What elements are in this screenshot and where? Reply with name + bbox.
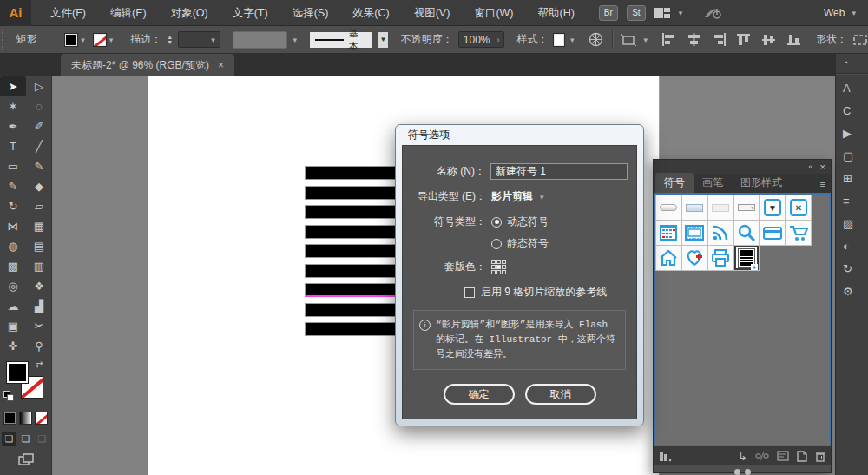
dock-icon-settings-gear[interactable]: ⚙: [836, 280, 868, 302]
chevron-down-icon[interactable]: ▾: [293, 36, 297, 44]
tool-direct-selection-tool[interactable]: ▷: [26, 76, 52, 96]
menu-item-type[interactable]: 文字(T): [220, 0, 280, 26]
symbols-list-area[interactable]: ▾ ▼ ✕: [654, 193, 831, 446]
stroke-weight-stepper[interactable]: ▲▼: [167, 35, 173, 45]
chevron-down-icon[interactable]: ▾: [109, 36, 114, 44]
workspace-switcher[interactable]: Web ▾: [824, 0, 856, 26]
symbol-home[interactable]: [655, 245, 681, 271]
tool-symbol-sprayer-tool[interactable]: ☁: [0, 296, 26, 316]
chevron-down-icon[interactable]: ▾: [679, 9, 683, 17]
break-link-icon[interactable]: [755, 451, 769, 461]
symbol-pill-button[interactable]: [655, 195, 681, 221]
tool-paintbrush-tool[interactable]: ✎: [26, 156, 52, 176]
fill-color-swatch[interactable]: [64, 33, 78, 47]
tool-type-tool[interactable]: T: [0, 136, 26, 156]
black-stripe[interactable]: [306, 245, 405, 257]
tool-width-tool[interactable]: ⋈: [0, 216, 26, 236]
symbol-credit-card[interactable]: [760, 220, 786, 246]
black-stripe[interactable]: [306, 265, 405, 277]
draw-inside-mode[interactable]: ❏: [35, 432, 49, 446]
close-tab-icon[interactable]: ×: [218, 59, 224, 71]
align-vertical-center-icon[interactable]: [762, 33, 777, 46]
stroke-style-select[interactable]: 基本: [309, 31, 373, 49]
dock-icon-color-panel[interactable]: C: [836, 99, 868, 122]
brush-definition-select[interactable]: [233, 31, 288, 49]
stroke-color-swatch[interactable]: [93, 33, 107, 47]
draw-behind-mode[interactable]: ❏: [18, 432, 33, 446]
shape-options-icon[interactable]: [852, 34, 868, 46]
opacity-input[interactable]: 100%›: [458, 31, 505, 48]
align-left-icon[interactable]: [661, 33, 676, 46]
tool-selection-tool[interactable]: ➤: [0, 76, 26, 96]
symbol-shopping-cart[interactable]: [786, 220, 812, 246]
close-panel-icon[interactable]: ×: [820, 162, 825, 172]
menu-item-help[interactable]: 帮助(H): [526, 0, 587, 26]
dock-icon-stroke-panel[interactable]: ≡: [836, 189, 868, 212]
ok-button[interactable]: 确定: [444, 384, 515, 405]
tool-slice-tool[interactable]: ✂: [26, 316, 52, 336]
chevron-down-icon[interactable]: ▾: [570, 36, 575, 44]
tool-eraser-tool[interactable]: ◆: [26, 176, 52, 196]
document-tab[interactable]: 未标题-2* @ 96% (RGB/预览) ×: [61, 54, 234, 76]
none-button[interactable]: [35, 412, 48, 425]
tool-scale-tool[interactable]: ▱: [26, 196, 52, 216]
recolor-artwork-icon[interactable]: [589, 32, 603, 47]
tab-graphic-styles[interactable]: 图形样式: [732, 173, 791, 193]
default-fill-stroke-icon[interactable]: [3, 391, 14, 401]
black-stripe[interactable]: [306, 206, 405, 218]
symbol-search-magnifier[interactable]: [733, 220, 760, 246]
tool-column-graph-tool[interactable]: ▟: [26, 296, 52, 316]
stroke-weight-select[interactable]: ▾: [178, 31, 220, 48]
tool-zoom-tool[interactable]: ⚲: [26, 336, 52, 356]
collapse-panel-icon[interactable]: «: [809, 162, 813, 171]
dock-icon-symbols-panel[interactable]: ↻: [836, 257, 868, 280]
menu-item-edit[interactable]: 编辑(E): [98, 0, 159, 26]
fill-swatch[interactable]: [6, 361, 29, 384]
static-symbol-radio[interactable]: [491, 239, 502, 249]
symbol-new-stripes-symbol[interactable]: ＋: [733, 245, 760, 271]
menu-item-select[interactable]: 选择(S): [280, 0, 341, 26]
panel-grip[interactable]: [2, 30, 7, 50]
align-top-icon[interactable]: [737, 33, 752, 46]
symbol-film-frame[interactable]: [681, 220, 707, 246]
tab-symbols[interactable]: 符号: [655, 173, 694, 193]
delete-symbol-icon[interactable]: [815, 451, 825, 462]
dock-icon-appearance-panel[interactable]: ◐: [836, 234, 868, 257]
symbol-gradient-button[interactable]: [681, 195, 707, 221]
stroke-style-chevron[interactable]: ▼: [378, 31, 389, 49]
symbol-health-heart[interactable]: [681, 245, 707, 271]
cancel-button[interactable]: 取消: [525, 384, 596, 405]
tool-shape-builder-tool[interactable]: ◍: [0, 236, 26, 256]
dynamic-symbol-radio[interactable]: [491, 217, 502, 228]
registration-point-selector[interactable]: [491, 260, 506, 274]
stock-button[interactable]: St: [627, 5, 646, 21]
expand-dock-icon[interactable]: ⌃: [836, 57, 868, 71]
symbol-libraries-menu-icon[interactable]: [659, 451, 673, 462]
align-right-icon[interactable]: [712, 33, 727, 46]
tool-artboard-tool[interactable]: ▣: [0, 316, 26, 336]
new-symbol-icon[interactable]: [797, 451, 807, 462]
black-stripe[interactable]: [306, 167, 405, 179]
style-swatch[interactable]: [553, 33, 565, 47]
swap-fill-stroke-icon[interactable]: ⇄: [36, 360, 43, 369]
menu-item-effect[interactable]: 效果(C): [340, 0, 401, 26]
dock-icon-actions-panel[interactable]: ▶: [836, 122, 868, 144]
panel-menu-icon[interactable]: ≡: [820, 179, 825, 189]
dock-icon-align-panel[interactable]: ⊞: [836, 167, 868, 189]
tool-blob-brush-tool[interactable]: ✐: [26, 116, 52, 136]
tool-lasso-tool[interactable]: ◌: [26, 96, 52, 116]
dock-icon-gradient-panel[interactable]: ▨: [836, 212, 868, 234]
tool-mesh-tool[interactable]: ▩: [0, 256, 26, 276]
place-symbol-instance-icon[interactable]: ↳: [738, 450, 747, 463]
dock-icon-artboards-panel[interactable]: ▢: [836, 144, 868, 167]
symbol-options-icon[interactable]: [777, 451, 789, 461]
tool-rectangle-tool[interactable]: ▭: [0, 156, 26, 176]
transform-options-icon[interactable]: [621, 33, 638, 47]
symbol-dropdown-arrow-button[interactable]: ▼: [760, 195, 786, 221]
symbol-printer[interactable]: [707, 245, 733, 271]
align-bottom-icon[interactable]: [787, 33, 802, 46]
menu-item-object[interactable]: 对象(O): [159, 0, 220, 26]
gradient-button[interactable]: [19, 412, 32, 425]
export-type-select[interactable]: 影片剪辑 ▾: [491, 189, 544, 204]
draw-normal-mode[interactable]: ❏: [2, 432, 16, 446]
